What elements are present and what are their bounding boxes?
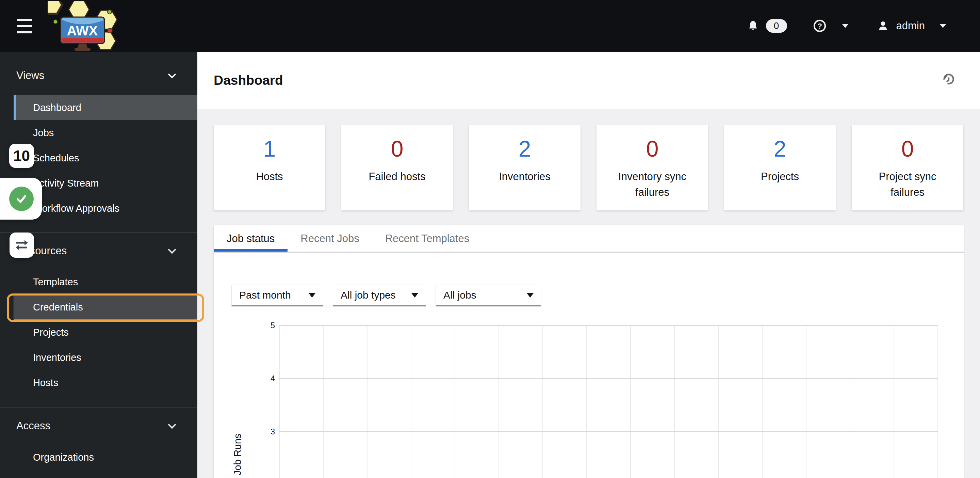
caret-down-icon bbox=[309, 293, 315, 298]
sidebar-nav: Views Dashboard Jobs Schedules Activity … bbox=[0, 52, 197, 478]
nav-group-label: Access bbox=[16, 420, 50, 432]
swap-arrows-overlay bbox=[10, 233, 34, 258]
stat-card-project-sync-failures: 0 Project sync failures bbox=[852, 124, 963, 210]
y-axis-tick: 4 bbox=[270, 374, 275, 383]
check-circle-icon bbox=[9, 186, 34, 211]
gridline bbox=[279, 431, 938, 432]
chevron-down-icon bbox=[940, 24, 946, 28]
masthead-toolbar: 0 ? admin bbox=[747, 0, 946, 52]
tabstrip: Job status Recent Jobs Recent Templates bbox=[214, 225, 964, 253]
failed-hosts-count[interactable]: 0 bbox=[391, 132, 404, 166]
page-header: Dashboard bbox=[197, 52, 980, 109]
history-icon bbox=[942, 73, 956, 87]
success-check-overlay bbox=[0, 178, 42, 220]
stat-label: Failed hosts bbox=[351, 169, 443, 185]
job-activity-panel: Job status Recent Jobs Recent Templates … bbox=[214, 225, 964, 478]
tab-job-status[interactable]: Job status bbox=[214, 225, 288, 252]
inventory-sync-failures-count[interactable]: 0 bbox=[646, 132, 659, 166]
stat-card-inventory-sync-failures: 0 Inventory sync failures bbox=[597, 124, 708, 210]
chevron-down-icon bbox=[168, 421, 176, 429]
nav-items-resources: Templates Credentials Projects Inventori… bbox=[0, 269, 197, 395]
nav-group-label: Views bbox=[16, 69, 44, 82]
history-button[interactable] bbox=[942, 73, 956, 88]
stat-label: Inventories bbox=[479, 169, 571, 185]
hamburger-menu-button[interactable] bbox=[17, 19, 32, 33]
sidebar-item-inventories[interactable]: Inventories bbox=[14, 345, 197, 370]
job-runs-chart: 5 4 3 Job Runs bbox=[279, 325, 938, 478]
sidebar-item-credentials[interactable]: Credentials bbox=[14, 295, 197, 320]
caret-down-icon bbox=[527, 293, 533, 298]
y-axis-label: Job Runs bbox=[232, 434, 243, 476]
nav-items-access: Organizations bbox=[0, 445, 197, 470]
stat-label: Project sync failures bbox=[861, 169, 954, 200]
job-filter-select[interactable]: All jobs bbox=[436, 285, 541, 306]
help-icon: ? bbox=[813, 19, 827, 33]
dashboard-content: 1 Hosts 0 Failed hosts 2 Inventories 0 I… bbox=[197, 109, 980, 478]
sidebar-item-jobs[interactable]: Jobs bbox=[14, 120, 197, 145]
projects-count[interactable]: 2 bbox=[774, 132, 786, 166]
nav-group-views[interactable]: Views bbox=[0, 65, 197, 86]
gridline bbox=[279, 378, 938, 379]
period-select[interactable]: Past month bbox=[231, 285, 323, 306]
inventories-count[interactable]: 2 bbox=[519, 132, 531, 166]
bell-icon bbox=[747, 19, 759, 32]
step-number-badge: 10 bbox=[9, 144, 34, 168]
user-menu-button[interactable]: admin bbox=[877, 19, 946, 32]
stat-label: Inventory sync failures bbox=[606, 169, 698, 200]
chart-filters: Past month All job types All jobs bbox=[231, 285, 541, 306]
stat-card-hosts: 1 Hosts bbox=[214, 124, 325, 210]
sidebar-item-projects[interactable]: Projects bbox=[14, 320, 197, 345]
stat-card-failed-hosts: 0 Failed hosts bbox=[341, 124, 453, 210]
job-type-select[interactable]: All job types bbox=[333, 285, 426, 306]
svg-text:AWX: AWX bbox=[67, 23, 98, 38]
stat-card-inventories: 2 Inventories bbox=[469, 124, 581, 210]
stat-card-projects: 2 Projects bbox=[724, 124, 836, 210]
tab-recent-templates[interactable]: Recent Templates bbox=[372, 225, 482, 252]
awx-logo[interactable]: AWX bbox=[48, 1, 119, 53]
sidebar-item-templates[interactable]: Templates bbox=[14, 269, 197, 295]
tab-recent-jobs[interactable]: Recent Jobs bbox=[288, 225, 372, 252]
stat-cards-row: 1 Hosts 0 Failed hosts 2 Inventories 0 I… bbox=[214, 124, 963, 210]
stat-label: Projects bbox=[733, 169, 826, 185]
caret-down-icon bbox=[411, 293, 418, 298]
sidebar-item-dashboard[interactable]: Dashboard bbox=[14, 95, 197, 120]
hosts-count[interactable]: 1 bbox=[263, 132, 276, 166]
gridline bbox=[279, 325, 938, 326]
nav-group-access[interactable]: Access bbox=[0, 416, 197, 436]
y-axis-tick: 5 bbox=[270, 321, 275, 330]
notifications-count-badge: 0 bbox=[766, 19, 787, 33]
y-axis-tick: 3 bbox=[270, 427, 275, 437]
svg-text:?: ? bbox=[817, 22, 822, 30]
username-label: admin bbox=[896, 20, 925, 32]
notifications-button[interactable]: 0 bbox=[747, 19, 787, 33]
awx-application: AWX 0 ? bbox=[0, 0, 980, 478]
sidebar-item-schedules[interactable]: Schedules bbox=[14, 145, 197, 170]
sidebar-divider bbox=[0, 408, 197, 408]
chevron-down-icon bbox=[168, 70, 176, 78]
chevron-down-icon bbox=[842, 24, 848, 28]
user-icon bbox=[877, 19, 889, 32]
stat-label: Hosts bbox=[223, 169, 316, 185]
masthead: AWX 0 ? bbox=[0, 0, 980, 52]
project-sync-failures-count[interactable]: 0 bbox=[901, 132, 914, 166]
page-title: Dashboard bbox=[214, 73, 283, 88]
chevron-down-icon bbox=[168, 245, 176, 253]
help-menu-button[interactable]: ? bbox=[813, 19, 848, 33]
sidebar-item-organizations[interactable]: Organizations bbox=[14, 445, 197, 470]
sidebar-item-hosts[interactable]: Hosts bbox=[14, 370, 197, 395]
swap-arrows-icon bbox=[14, 239, 29, 251]
